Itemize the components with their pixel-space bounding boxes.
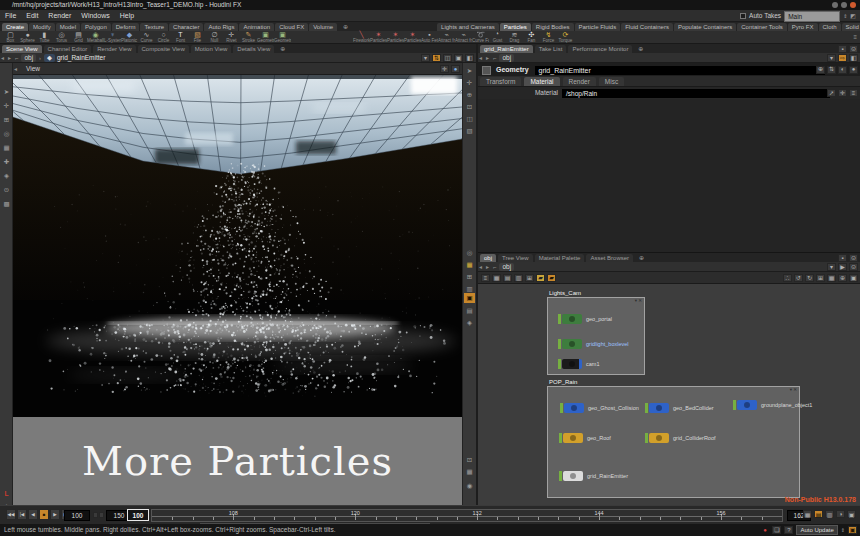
viewport-tool-icon[interactable]: ⊡: [464, 102, 475, 112]
shelf-tool[interactable]: ▢Box: [2, 31, 19, 43]
network-toolbar-icon[interactable]: ⊞: [816, 274, 825, 282]
view-menu-chevron-icon[interactable]: ◂: [14, 63, 17, 75]
transport-button[interactable]: ■: [39, 509, 49, 520]
shelf-tab[interactable]: Rigid Bodies: [532, 23, 574, 31]
network-node[interactable]: gridlight_boxlevel: [558, 339, 629, 349]
shelf-tool[interactable]: ⌁Attract fr...: [438, 31, 455, 43]
material-field-icon[interactable]: ✛: [838, 89, 847, 97]
scene-viewport[interactable]: [13, 75, 462, 417]
shelf-tab[interactable]: Container Tools: [737, 23, 787, 31]
viewport-tool-icon[interactable]: ▦: [1, 143, 12, 153]
viewport-tool-icon[interactable]: ▧: [464, 126, 475, 136]
take-spinner-icon[interactable]: ⇕: [843, 10, 847, 22]
pane-tab[interactable]: Take List: [535, 45, 567, 53]
path-bar-icon[interactable]: ▾: [827, 263, 836, 271]
viewport-tool-icon[interactable]: ⊡: [464, 455, 475, 465]
path-root-chip[interactable]: obj: [499, 54, 514, 62]
transport-button[interactable]: ▶: [50, 509, 60, 520]
shelf-gear-icon[interactable]: ⊕: [343, 23, 348, 30]
network-toolbar-icon[interactable]: ↻: [805, 274, 814, 282]
shelf-tab[interactable]: Volume: [309, 23, 337, 31]
viewport-tool-icon[interactable]: ✚: [1, 157, 12, 167]
shelf-tab[interactable]: Polygon: [81, 23, 111, 31]
network-box-controls[interactable]: ▾ ✕: [635, 298, 642, 303]
pane-tab[interactable]: Render View: [93, 45, 135, 53]
network-node[interactable]: cam1: [558, 359, 599, 369]
shelf-tab[interactable]: Animation: [239, 23, 274, 31]
shelf-tool[interactable]: ∿Curve: [138, 31, 155, 43]
viewport-tool-icon[interactable]: ◈: [464, 318, 475, 328]
pane-tab[interactable]: Channel Editor: [44, 45, 92, 53]
network-node[interactable]: geo_Ghost_Collision: [560, 403, 639, 413]
playbar-option-icon[interactable]: ▥: [825, 510, 834, 518]
network-toolbar-icon[interactable]: ▰: [536, 274, 545, 282]
range-lock-icon[interactable]: [93, 512, 98, 518]
network-toolbar-icon[interactable]: ≡: [481, 274, 490, 282]
network-toolbar-icon[interactable]: ▣: [849, 274, 858, 282]
close-button[interactable]: [850, 2, 856, 8]
new-pane-tab-icon[interactable]: ⊕: [639, 254, 644, 261]
status-icon[interactable]: ?: [784, 526, 793, 534]
network-toolbar-icon[interactable]: ▰: [547, 274, 556, 282]
node-display-flag[interactable]: [645, 403, 648, 413]
pane-control-icon[interactable]: ▪: [838, 45, 847, 53]
param-header-icon[interactable]: ◐: [838, 66, 847, 74]
pane-tab[interactable]: obj: [480, 254, 496, 262]
network-toolbar-icon[interactable]: ↺: [794, 274, 803, 282]
param-tab[interactable]: Material: [524, 77, 559, 86]
menu-item[interactable]: Help: [115, 10, 139, 22]
param-header-icon[interactable]: ⇅: [827, 66, 836, 74]
material-field-icon[interactable]: ≡: [849, 89, 858, 97]
playbar-option-icon[interactable]: ◑: [836, 510, 845, 518]
shelf-tab[interactable]: Pyro FX: [788, 23, 818, 31]
viewport-tool-icon[interactable]: ➤: [1, 87, 12, 97]
menu-item[interactable]: Edit: [21, 10, 43, 22]
shelf-tab[interactable]: Texture: [140, 23, 168, 31]
node-display-flag[interactable]: [558, 339, 561, 349]
shelf-tab[interactable]: Lights and Cameras: [437, 23, 499, 31]
view-header-icon[interactable]: ✛: [440, 65, 449, 73]
viewport-tool-icon[interactable]: ▦: [464, 260, 475, 270]
maximize-button[interactable]: [841, 2, 847, 8]
auto-update-spinner-icon[interactable]: ⇕: [841, 524, 845, 536]
current-frame-indicator[interactable]: 100: [127, 509, 149, 521]
network-node[interactable]: grid_ColliderRoof: [645, 433, 716, 443]
shelf-tool[interactable]: ✎Stroke: [240, 31, 257, 43]
node-display-flag[interactable]: [558, 359, 561, 369]
path-bar-icon[interactable]: ▣: [454, 54, 463, 62]
shelf-tab[interactable]: Auto Rigs: [204, 23, 238, 31]
pane-control-icon[interactable]: ⊙: [849, 45, 858, 53]
transport-button[interactable]: ◀◀: [6, 509, 16, 520]
viewport-tool-icon[interactable]: ✛: [1, 101, 12, 111]
memory-usage-icon[interactable]: ▣: [848, 526, 857, 534]
path-root-chip[interactable]: obj: [21, 54, 36, 62]
shelf-tool[interactable]: ⟳Torque: [557, 31, 574, 43]
pane-control-icon[interactable]: ⊙: [849, 254, 858, 262]
shelf-tool[interactable]: ▣Geometry: [257, 31, 274, 43]
menu-item[interactable]: Windows: [76, 10, 114, 22]
shelf-tool[interactable]: ▧File: [189, 31, 206, 43]
shelf-tab[interactable]: Cloud FX: [275, 23, 308, 31]
shelf-tool[interactable]: ▤Grid: [70, 31, 87, 43]
shelf-tool[interactable]: ↯Force: [540, 31, 557, 43]
status-icon[interactable]: ❏: [772, 526, 781, 534]
shelf-tab[interactable]: Create: [2, 23, 28, 31]
viewport-tool-icon[interactable]: ▣: [464, 293, 475, 303]
pane-tab[interactable]: Scene View: [2, 45, 42, 53]
playbar-option-icon[interactable]: ▣: [847, 510, 856, 518]
new-pane-tab-icon[interactable]: ⊕: [280, 45, 285, 52]
network-node[interactable]: geo_Roof: [559, 433, 611, 443]
shelf-tab[interactable]: Solid: [842, 23, 860, 31]
node-display-flag[interactable]: [558, 314, 561, 324]
shelf-tool[interactable]: TFont: [172, 31, 189, 43]
shelf-tool[interactable]: ≋Drag: [506, 31, 523, 43]
shelf-tool[interactable]: ∅Null: [206, 31, 223, 43]
param-tab[interactable]: Render: [563, 77, 596, 86]
pane-tab[interactable]: Motion View: [191, 45, 232, 53]
node-display-flag[interactable]: [559, 433, 562, 443]
viewport-tool-icon[interactable]: ◎: [464, 248, 475, 258]
pane-tab[interactable]: Composite View: [138, 45, 189, 53]
param-header-icon[interactable]: ⊕: [816, 66, 825, 74]
material-field-icon[interactable]: ➚: [827, 89, 836, 97]
timeline-ruler[interactable]: 108120132144156: [151, 509, 783, 522]
